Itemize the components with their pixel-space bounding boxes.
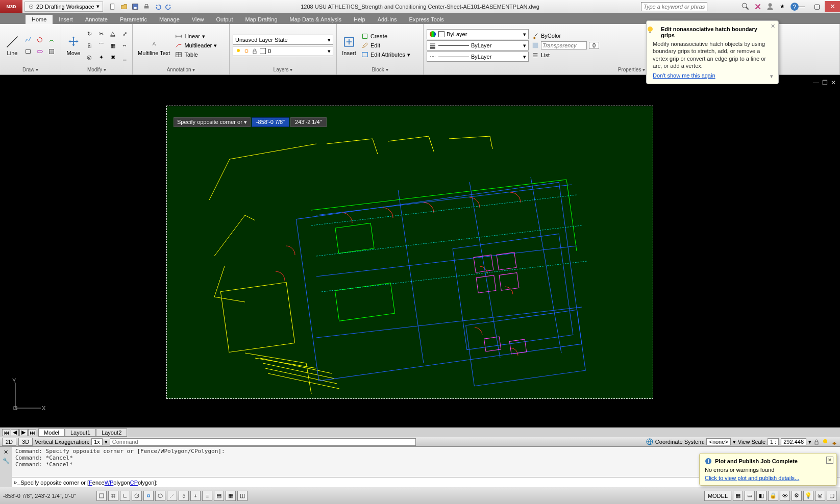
command-window-handle[interactable]: ✕ 🔧 [0, 447, 12, 487]
polyline-icon[interactable] [22, 34, 34, 45]
tab-addins[interactable]: Add-Ins [372, 15, 403, 24]
save-icon[interactable] [131, 2, 140, 11]
signin-icon[interactable] [765, 2, 775, 11]
panel-annotation-title[interactable]: Annotation [136, 66, 226, 73]
redo-icon[interactable] [164, 2, 174, 11]
scale-icon[interactable]: ⤢ [119, 28, 130, 39]
close-icon[interactable]: ✕ [4, 449, 8, 456]
globe-icon[interactable] [646, 438, 653, 445]
exchange-icon[interactable] [753, 2, 762, 11]
drawing-canvas[interactable]: — ❐ ✕ Specify opposite corner or ▾ -858'… [0, 75, 840, 427]
tpy-icon[interactable]: ▤ [214, 491, 224, 501]
quick-view-icon[interactable]: ◧ [756, 491, 767, 501]
annotation-visibility-icon[interactable]: 👁 [780, 491, 790, 501]
move-button[interactable]: Move [64, 34, 83, 57]
tab-manage[interactable]: Manage [153, 15, 186, 24]
circle-icon[interactable] [34, 34, 45, 45]
dyn-icon[interactable]: + [190, 491, 201, 501]
3dosnap-icon[interactable] [155, 491, 165, 501]
arc-icon[interactable] [46, 34, 57, 45]
bycolor-button[interactable]: ByColor [530, 32, 616, 40]
close-button[interactable]: ✕ [825, 1, 840, 12]
ve-value[interactable]: 1x [91, 438, 103, 445]
btn-3d[interactable]: 3D [18, 438, 33, 446]
insert-button[interactable]: Insert [340, 34, 358, 57]
panel-modify-title[interactable]: Modify [64, 66, 129, 73]
layout-tab-1[interactable]: Layout1 [65, 429, 96, 437]
command-input-bar[interactable] [110, 438, 416, 446]
child-close-icon[interactable]: ✕ [831, 79, 836, 86]
tab-express[interactable]: Express Tools [403, 15, 450, 24]
favorite-icon[interactable]: ★ [778, 2, 787, 11]
ortho-icon[interactable] [120, 491, 130, 501]
btn-2d[interactable]: 2D [2, 438, 16, 446]
snap-icon[interactable] [96, 491, 107, 501]
table-button[interactable]: Table [173, 51, 219, 59]
ellipse-icon[interactable] [34, 46, 45, 57]
transparency-field[interactable]: 0 [530, 41, 616, 50]
minimize-button[interactable]: — [794, 1, 809, 12]
model-button[interactable]: MODEL [704, 491, 731, 501]
offset-icon[interactable]: ◎ [84, 52, 95, 63]
linear-button[interactable]: Linear ▾ [173, 32, 219, 40]
tab-next-icon[interactable]: ▶ [19, 429, 28, 436]
sc-icon[interactable]: ◫ [237, 491, 248, 501]
otrack-icon[interactable] [167, 491, 177, 501]
panel-block-title[interactable]: Block [340, 66, 420, 73]
mirror-icon[interactable]: ⧋ [107, 28, 118, 39]
trowel-icon[interactable] [831, 438, 838, 445]
status-maximize-icon[interactable]: ▭ [745, 491, 755, 501]
workspace-icon[interactable]: ⚙ [792, 491, 802, 501]
tab-prev-icon[interactable]: ◀ [11, 429, 19, 436]
rotate-icon[interactable]: ↻ [84, 28, 95, 39]
maximize-button[interactable]: ▢ [809, 1, 825, 12]
app-logo[interactable]: M3D [0, 0, 22, 13]
hardware-accel-icon[interactable]: 💡 [803, 491, 813, 501]
search-input[interactable] [641, 2, 707, 11]
bulb-icon[interactable] [822, 438, 829, 445]
mleader-button[interactable]: Multileader ▾ [173, 41, 219, 49]
list-button[interactable]: List [530, 51, 616, 59]
layer-dropdown[interactable]: 0▾ [233, 46, 333, 56]
color-dropdown[interactable]: ByLayer▾ [427, 29, 529, 39]
notification-link[interactable]: Click to view plot and publish details..… [705, 475, 799, 481]
grid-icon[interactable] [108, 491, 118, 501]
panel-layers-title[interactable]: Layers [233, 66, 333, 73]
tab-output[interactable]: Output [210, 15, 239, 24]
wrench-icon[interactable]: 🔧 [3, 458, 10, 464]
tab-first-icon[interactable]: ⏮ [2, 429, 10, 436]
osnap-icon[interactable] [143, 491, 154, 501]
workspace-dropdown[interactable]: 2D Drafting Workspace ▾ [24, 2, 103, 12]
vs-value-2[interactable]: 292.446 [781, 438, 806, 445]
tab-help[interactable]: Help [348, 15, 372, 24]
dynamic-input-x[interactable]: -858'-0 7/8" [252, 117, 289, 127]
mtext-button[interactable]: A Multiline Text [136, 34, 172, 57]
notification-close-icon[interactable]: ✕ [826, 457, 833, 464]
tab-home[interactable]: Home [26, 15, 53, 24]
tooltip-dismiss-link[interactable]: Don't show me this again [653, 72, 715, 79]
undo-icon[interactable] [153, 2, 162, 11]
search-icon[interactable] [741, 2, 750, 11]
vs-value-1[interactable]: 1 : [768, 438, 779, 445]
array-icon[interactable]: ▦ [107, 40, 118, 51]
open-icon[interactable] [119, 2, 129, 11]
tab-last-icon[interactable]: ⏭ [28, 429, 36, 436]
tab-map-drafting[interactable]: Map Drafting [239, 15, 284, 24]
tab-annotate[interactable]: Annotate [79, 15, 114, 24]
copy-icon[interactable]: ⎘ [84, 40, 95, 51]
tab-insert[interactable]: Insert [53, 15, 79, 24]
fillet-icon[interactable]: ⌒ [95, 40, 107, 51]
tab-map-data[interactable]: Map Data & Analysis [284, 15, 348, 24]
lock-icon[interactable] [813, 439, 820, 445]
chevron-down-icon[interactable]: ▾ [770, 73, 773, 80]
polar-icon[interactable] [132, 491, 142, 501]
tab-parametric[interactable]: Parametric [114, 15, 153, 24]
transparency-input[interactable] [541, 41, 587, 49]
hatch-icon[interactable] [46, 46, 57, 57]
layer-state-dropdown[interactable]: Unsaved Layer State▾ [233, 35, 333, 45]
annotation-scale-icon[interactable]: 🔒 [768, 491, 778, 501]
linetype-dropdown[interactable]: ByLayer▾ [427, 52, 529, 62]
layout-tab-2[interactable]: Layout2 [96, 429, 127, 437]
line-button[interactable]: Line [3, 34, 21, 57]
print-icon[interactable] [142, 2, 151, 11]
